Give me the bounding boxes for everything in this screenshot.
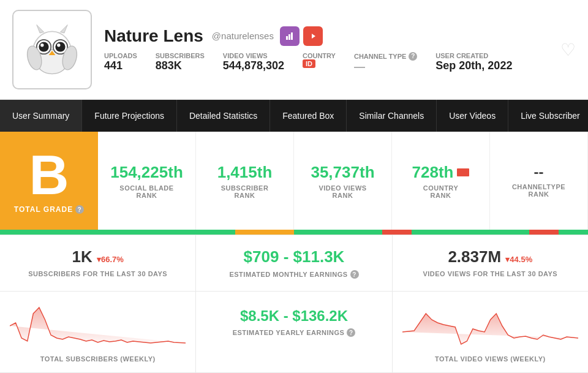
nav-item-featured-box[interactable]: Featured Box (270, 100, 347, 132)
subscribers-30-label: SUBSCRIBERS FOR THE LAST 30 DAYS (12, 270, 183, 277)
header: Nature Lens @naturelenses UPLOADS 441 SU… (0, 0, 588, 100)
video-views-chart-area (402, 301, 578, 350)
stats-panels-row1: 1K ▾66.7% SUBSCRIBERS FOR THE LAST 30 DA… (0, 235, 588, 291)
progress-seg-1 (0, 230, 235, 235)
video-views-30-label: VIDEO VIEWS FOR THE LAST 30 DAYS (405, 270, 576, 277)
svg-rect-15 (291, 32, 293, 40)
nav-bar: User Summary Future Projections Detailed… (0, 100, 588, 132)
channel-info: Nature Lens @naturelenses UPLOADS 441 SU… (104, 26, 542, 73)
progress-bar (0, 230, 588, 235)
monthly-earnings-label: ESTIMATED MONTHLY EARNINGS ? (208, 270, 379, 279)
channel-title-row: Nature Lens @naturelenses (104, 26, 542, 46)
grade-box: B TOTAL GRADE ? (0, 132, 98, 230)
nav-item-detailed-statistics[interactable]: Detailed Statistics (177, 100, 270, 132)
rank-country: 728th COUNTRY RANK (392, 132, 490, 230)
progress-seg-2 (235, 230, 294, 235)
svg-marker-16 (312, 34, 315, 39)
grade-letter: B (29, 148, 69, 203)
country-flag: ID (303, 59, 315, 68)
monthly-earnings-panel: $709 - $11.3K ESTIMATED MONTHLY EARNINGS… (196, 235, 391, 291)
svg-point-3 (39, 42, 48, 51)
rank-value-channeltype: -- (534, 164, 544, 181)
nav-item-future-projections[interactable]: Future Projections (82, 100, 177, 132)
progress-seg-5 (412, 230, 529, 235)
subscribers-change: ▾66.7% (97, 255, 124, 264)
nav-item-similar-channels[interactable]: Similar Channels (347, 100, 437, 132)
svg-marker-9 (37, 25, 44, 34)
rank-subscriber: 1,415th SUBSCRIBER RANK (196, 132, 294, 230)
chart-panels-row: TOTAL SUBSCRIBERS (WEEKLY) $8.5K - $136.… (0, 292, 588, 372)
subscribers-chart-area (10, 301, 186, 350)
video-views-chart-title: TOTAL VIDEO VIEWS (WEEKLY) (402, 355, 578, 363)
grade-label: TOTAL GRADE ? (14, 205, 84, 214)
video-views-change: ▾44.5% (505, 255, 532, 264)
subscribers-30-value: 1K ▾66.7% (12, 247, 183, 266)
channel-logo (12, 10, 92, 89)
rank-value-subscriber: 1,415th (217, 163, 273, 182)
video-views-30-value: 2.837M ▾44.5% (405, 247, 576, 266)
yearly-earnings-panel: $8.5K - $136.2K ESTIMATED YEARLY EARNING… (196, 292, 391, 372)
channel-name: Nature Lens (104, 26, 203, 46)
subscribers-30-panel: 1K ▾66.7% SUBSCRIBERS FOR THE LAST 30 DA… (0, 235, 195, 291)
nav-item-user-summary[interactable]: User Summary (0, 100, 82, 132)
favorite-button[interactable]: ♡ (560, 40, 576, 60)
youtube-icon-btn[interactable] (303, 26, 323, 46)
user-created-stat: USER CREATED Sep 20th, 2022 (435, 52, 512, 72)
yearly-earnings-value: $8.5K - $136.2K (206, 307, 382, 325)
subscribers-chart-title: TOTAL SUBSCRIBERS (WEEKLY) (10, 355, 186, 363)
channel-type-question-icon[interactable]: ? (409, 52, 417, 61)
progress-seg-6 (529, 230, 559, 235)
svg-rect-13 (286, 36, 288, 40)
rank-value-social-blade: 154,225th (110, 163, 183, 182)
subscribers-chart-panel: TOTAL SUBSCRIBERS (WEEKLY) (0, 292, 195, 372)
yearly-earnings-label: ESTIMATED YEARLY EARNINGS ? (206, 328, 382, 337)
video-views-stat: VIDEO VIEWS 544,878,302 (223, 52, 284, 72)
subscribers-stat: SUBSCRIBERS 883K (156, 52, 205, 72)
monthly-earnings-value: $709 - $11.3K (208, 247, 379, 266)
monthly-earnings-question-icon[interactable]: ? (350, 270, 359, 279)
svg-marker-10 (61, 25, 68, 34)
svg-point-4 (40, 43, 43, 47)
svg-rect-14 (288, 34, 290, 40)
channel-type-stat: CHANNEL TYPE ? — (354, 52, 417, 73)
country-stat: COUNTRY ID (303, 52, 336, 68)
nav-item-user-videos[interactable]: User Videos (437, 100, 508, 132)
country-rank-flag (457, 168, 469, 176)
channel-handle: @naturelenses (212, 31, 274, 41)
rank-value-video-views: 35,737th (311, 163, 374, 182)
ranks-row: B TOTAL GRADE ? 154,225th SOCIAL BLADE R… (0, 132, 588, 230)
uploads-stat: UPLOADS 441 (104, 52, 137, 72)
socialblade-icon-btn[interactable] (280, 26, 300, 46)
channel-icons (280, 26, 323, 46)
svg-point-7 (57, 43, 60, 47)
nav-item-live-subscriber[interactable]: Live Subscriber (508, 100, 588, 132)
content-area: B TOTAL GRADE ? 154,225th SOCIAL BLADE R… (0, 132, 588, 372)
yearly-earnings-question-icon[interactable]: ? (347, 328, 355, 337)
video-views-30-panel: 2.837M ▾44.5% VIDEO VIEWS FOR THE LAST 3… (393, 235, 588, 291)
grade-question-icon[interactable]: ? (75, 205, 84, 214)
rank-social-blade: 154,225th SOCIAL BLADE RANK (98, 132, 196, 230)
ranks-container: 154,225th SOCIAL BLADE RANK 1,415th SUBS… (98, 132, 588, 230)
rank-video-views: 35,737th VIDEO VIEWS RANK (294, 132, 392, 230)
channel-stats: UPLOADS 441 SUBSCRIBERS 883K VIDEO VIEWS… (104, 52, 542, 73)
rank-channeltype: -- CHANNELTYPE RANK (490, 132, 588, 230)
video-views-chart-panel: TOTAL VIDEO VIEWS (WEEKLY) (393, 292, 588, 372)
svg-point-6 (55, 42, 65, 51)
rank-value-country: 728th (412, 163, 454, 182)
progress-seg-4 (382, 230, 412, 235)
progress-seg-3 (294, 230, 382, 235)
progress-seg-7 (559, 230, 588, 235)
